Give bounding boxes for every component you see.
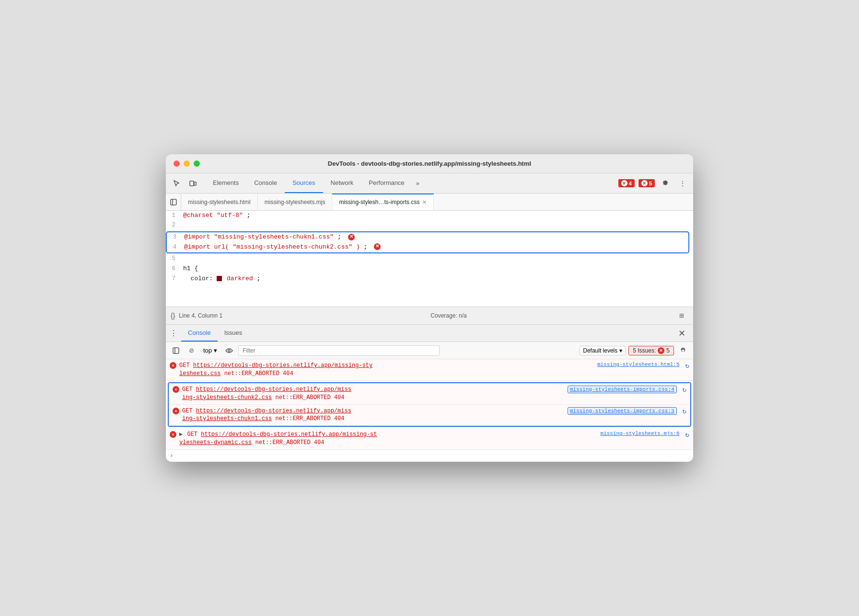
- devtools-window: DevTools - devtools-dbg-stories.netlify.…: [166, 154, 693, 461]
- code-line-3: 3 @import "missing-stylesheets-chukn1.cs…: [167, 232, 688, 242]
- devtools-toolbar: Elements Console Sources Network Perform…: [166, 173, 693, 194]
- svg-rect-1: [194, 182, 196, 185]
- console-msg-1: ✕ GET https://devtools-dbg-stories.netli…: [166, 359, 693, 381]
- msg-error-icon-1: ✕: [170, 362, 176, 369]
- msg-text-1: GET https://devtools-dbg-stories.netlify…: [179, 362, 594, 378]
- coverage-icon[interactable]: ⊞: [675, 309, 688, 322]
- svg-rect-0: [190, 181, 194, 186]
- more-options-icon[interactable]: ⋮: [676, 177, 689, 190]
- more-tabs-button[interactable]: »: [412, 173, 423, 193]
- tab-console-bottom[interactable]: Console: [181, 325, 218, 342]
- console-messages: ✕ GET https://devtools-dbg-stories.netli…: [166, 359, 693, 461]
- minimize-button[interactable]: [184, 160, 190, 167]
- file-tab-mjs[interactable]: missing-stylesheets.mjs: [258, 194, 333, 210]
- tab-list: Elements Console Sources Network Perform…: [205, 173, 616, 193]
- code-line-7: 7 color: darkred ;: [166, 274, 693, 284]
- tab-elements[interactable]: Elements: [205, 173, 246, 193]
- msg-error-icon-2: ✕: [173, 386, 179, 393]
- console-msg-2: ✕ GET https://devtools-dbg-stories.netli…: [169, 383, 690, 405]
- maximize-button[interactable]: [194, 160, 200, 167]
- msg-source-4[interactable]: missing-stylesheets.mjs:6: [601, 431, 680, 436]
- sidebar-toggle[interactable]: [166, 194, 181, 210]
- error-x-icon-2: ✕: [641, 180, 648, 186]
- msg-source-3[interactable]: missing-stylesheets-imports.css:3: [568, 407, 677, 415]
- issues-error-icon: ✕: [658, 347, 664, 354]
- color-swatch-darkred: [217, 276, 222, 281]
- close-bottom-panel[interactable]: ✕: [674, 328, 689, 339]
- refresh-icon-4[interactable]: ↻: [685, 431, 689, 439]
- refresh-icon-2[interactable]: ↻: [683, 386, 686, 394]
- msg-text-3: GET https://devtools-dbg-stories.netlify…: [182, 407, 565, 423]
- error-badge-1[interactable]: ✕ 4: [618, 179, 635, 187]
- msg-url-3[interactable]: https://devtools-dbg-stories.netlify.app…: [196, 408, 351, 414]
- svg-rect-4: [173, 348, 179, 354]
- msg-url-4b[interactable]: ylesheets-dynamic.css: [179, 439, 252, 446]
- code-line-4: 4 @import url( "missing-stylesheets-chun…: [167, 242, 688, 252]
- error-x-icon-1: ✕: [621, 180, 627, 186]
- cursor-position: Line 4, Column 1: [179, 312, 222, 319]
- bottom-tabs: ⋮ Console Issues ✕: [166, 325, 693, 342]
- error-icon-line3: ✕: [348, 234, 355, 240]
- refresh-icon-1[interactable]: ↻: [685, 362, 689, 370]
- msg-url-2[interactable]: https://devtools-dbg-stories.netlify.app…: [196, 386, 351, 393]
- file-tab-html[interactable]: missing-stylesheets.html: [181, 194, 258, 210]
- svg-point-6: [228, 350, 230, 352]
- filter-input[interactable]: [238, 345, 440, 356]
- error-badge-2[interactable]: ✕ 5: [638, 179, 655, 187]
- console-sidebar-icon[interactable]: [170, 344, 182, 357]
- default-levels-dropdown[interactable]: Default levels ▾: [580, 346, 626, 355]
- chevron-down-icon-levels: ▾: [619, 347, 622, 354]
- status-bar: {} Line 4, Column 1 Coverage: n/a ⊞: [166, 307, 693, 325]
- traffic-lights: [174, 160, 200, 167]
- file-tab-close[interactable]: ✕: [422, 199, 427, 205]
- tab-network[interactable]: Network: [323, 173, 361, 193]
- tab-console[interactable]: Console: [246, 173, 285, 193]
- refresh-icon-3[interactable]: ↻: [683, 407, 686, 415]
- close-button[interactable]: [174, 160, 180, 167]
- code-line-1: 1 @charset "utf-8" ;: [166, 211, 693, 221]
- device-icon[interactable]: [186, 177, 199, 190]
- eye-icon[interactable]: [223, 344, 235, 357]
- console-settings-icon[interactable]: [677, 344, 689, 357]
- file-tabs: missing-stylesheets.html missing-stylesh…: [166, 194, 693, 211]
- tab-performance[interactable]: Performance: [361, 173, 412, 193]
- expand-arrow-4[interactable]: ▶: [179, 431, 183, 438]
- tab-sources[interactable]: Sources: [285, 173, 323, 193]
- toolbar-icons: [170, 177, 199, 190]
- msg-error-icon-3: ✕: [173, 408, 179, 414]
- msg-text-4: ▶ GET https://devtools-dbg-stories.netli…: [179, 431, 598, 447]
- msg-url-3b[interactable]: ing-stylesheets-chukn1.css: [182, 415, 272, 422]
- issues-count-badge[interactable]: 5 Issues: ✕ 5: [628, 346, 674, 355]
- toolbar-right: ✕ 4 ✕ 5 ⋮: [618, 177, 689, 190]
- bottom-panel: ⋮ Console Issues ✕ ⊘ top ▾: [166, 325, 693, 461]
- code-editor: 1 @charset "utf-8" ; 2 3 @import "missin…: [166, 211, 693, 307]
- window-title: DevTools - devtools-dbg-stories.netlify.…: [328, 160, 531, 167]
- file-tab-css[interactable]: missing-stylesh…ts-imports.css ✕: [332, 194, 434, 210]
- clear-console-icon[interactable]: ⊘: [185, 344, 197, 357]
- error-icon-line4: ✕: [374, 243, 381, 250]
- console-msg-3: ✕ GET https://devtools-dbg-stories.netli…: [169, 405, 690, 426]
- code-line-6: 6 h1 {: [166, 264, 693, 274]
- coverage-status: Coverage: n/a: [430, 312, 466, 319]
- settings-icon[interactable]: [659, 177, 672, 190]
- chevron-down-icon: ▾: [214, 347, 217, 354]
- console-prompt[interactable]: ›: [166, 450, 693, 462]
- msg-url-2b[interactable]: ing-stylesheets-chunk2.css: [182, 394, 272, 401]
- msg-url-1b[interactable]: lesheets.css: [179, 370, 221, 377]
- top-selector[interactable]: top ▾: [200, 346, 220, 355]
- status-left: {} Line 4, Column 1: [171, 312, 222, 319]
- highlighted-import-block: 3 @import "missing-stylesheets-chukn1.cs…: [166, 231, 689, 253]
- tab-issues-bottom[interactable]: Issues: [218, 325, 249, 342]
- msg-source-1[interactable]: missing-stylesheets.html:5: [597, 362, 680, 367]
- three-dots-menu[interactable]: ⋮: [170, 329, 177, 338]
- msg-url-4[interactable]: https://devtools-dbg-stories.netlify.app…: [201, 431, 377, 438]
- highlighted-console-block: ✕ GET https://devtools-dbg-stories.netli…: [168, 382, 691, 427]
- inspect-icon[interactable]: [170, 177, 183, 190]
- msg-text-2: GET https://devtools-dbg-stories.netlify…: [182, 386, 565, 402]
- msg-source-2[interactable]: missing-stylesheets-imports.css:4: [568, 386, 677, 393]
- svg-rect-2: [171, 199, 176, 205]
- code-line-5: 5: [166, 254, 693, 264]
- format-icon[interactable]: {}: [171, 312, 175, 319]
- msg-url-1[interactable]: https://devtools-dbg-stories.netlify.app…: [193, 362, 372, 369]
- console-msg-4: ✕ ▶ GET https://devtools-dbg-stories.net…: [166, 428, 693, 450]
